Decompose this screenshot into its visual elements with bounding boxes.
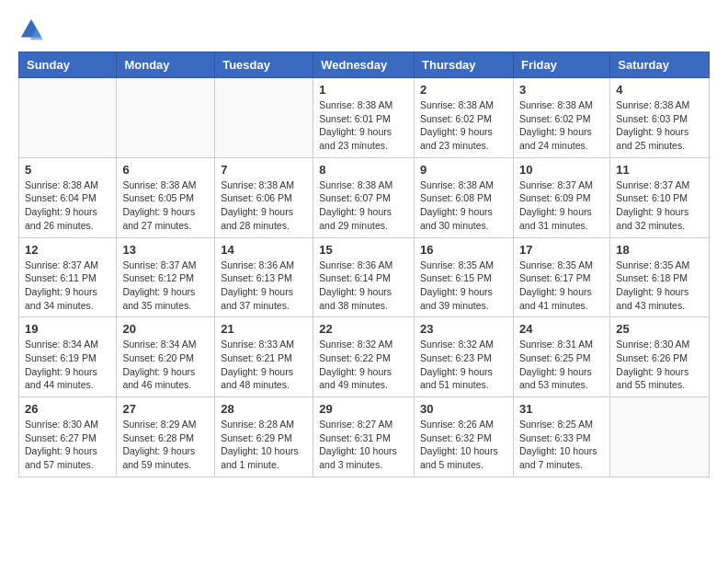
column-header-thursday: Thursday	[415, 52, 514, 78]
week-row-5: 26Sunrise: 8:30 AM Sunset: 6:27 PM Dayli…	[19, 397, 710, 477]
day-info: Sunrise: 8:38 AM Sunset: 6:06 PM Dayligh…	[221, 178, 307, 233]
day-cell: 15Sunrise: 8:36 AM Sunset: 6:14 PM Dayli…	[313, 237, 415, 317]
day-number: 2	[420, 83, 507, 97]
column-header-wednesday: Wednesday	[313, 52, 415, 78]
day-cell: 6Sunrise: 8:38 AM Sunset: 6:05 PM Daylig…	[117, 157, 215, 237]
day-number: 10	[519, 163, 604, 177]
day-cell: 31Sunrise: 8:25 AM Sunset: 6:33 PM Dayli…	[513, 397, 609, 477]
day-cell: 7Sunrise: 8:38 AM Sunset: 6:06 PM Daylig…	[215, 157, 313, 237]
column-header-friday: Friday	[513, 52, 609, 78]
week-row-1: 1Sunrise: 8:38 AM Sunset: 6:01 PM Daylig…	[19, 78, 710, 158]
day-info: Sunrise: 8:31 AM Sunset: 6:25 PM Dayligh…	[519, 338, 604, 392]
page: SundayMondayTuesdayWednesdayThursdayFrid…	[0, 0, 728, 496]
day-cell: 30Sunrise: 8:26 AM Sunset: 6:32 PM Dayli…	[415, 397, 514, 477]
day-info: Sunrise: 8:37 AM Sunset: 6:10 PM Dayligh…	[616, 178, 703, 233]
day-cell: 26Sunrise: 8:30 AM Sunset: 6:27 PM Dayli…	[19, 397, 117, 477]
header-row: SundayMondayTuesdayWednesdayThursdayFrid…	[19, 52, 710, 78]
column-header-monday: Monday	[117, 52, 215, 78]
day-number: 20	[122, 322, 209, 336]
day-cell: 22Sunrise: 8:32 AM Sunset: 6:22 PM Dayli…	[313, 317, 415, 397]
calendar: SundayMondayTuesdayWednesdayThursdayFrid…	[18, 52, 710, 477]
day-number: 13	[122, 243, 209, 257]
day-info: Sunrise: 8:38 AM Sunset: 6:07 PM Dayligh…	[319, 178, 408, 233]
day-number: 27	[122, 402, 209, 416]
day-info: Sunrise: 8:28 AM Sunset: 6:29 PM Dayligh…	[221, 418, 307, 472]
logo	[18, 17, 48, 42]
day-cell: 28Sunrise: 8:28 AM Sunset: 6:29 PM Dayli…	[215, 397, 313, 477]
day-cell	[610, 397, 710, 477]
column-header-tuesday: Tuesday	[215, 52, 313, 78]
day-number: 4	[616, 83, 703, 97]
day-info: Sunrise: 8:30 AM Sunset: 6:27 PM Dayligh…	[25, 418, 110, 472]
day-cell: 2Sunrise: 8:38 AM Sunset: 6:02 PM Daylig…	[415, 78, 514, 158]
day-cell: 13Sunrise: 8:37 AM Sunset: 6:12 PM Dayli…	[117, 237, 215, 317]
day-info: Sunrise: 8:29 AM Sunset: 6:28 PM Dayligh…	[122, 418, 209, 472]
day-cell: 4Sunrise: 8:38 AM Sunset: 6:03 PM Daylig…	[610, 78, 710, 158]
day-number: 19	[25, 322, 110, 336]
day-number: 24	[519, 322, 604, 336]
day-number: 29	[319, 402, 408, 416]
day-number: 12	[25, 243, 110, 257]
day-number: 28	[221, 402, 307, 416]
day-info: Sunrise: 8:38 AM Sunset: 6:03 PM Dayligh…	[616, 98, 703, 153]
day-cell: 27Sunrise: 8:29 AM Sunset: 6:28 PM Dayli…	[117, 397, 215, 477]
day-info: Sunrise: 8:38 AM Sunset: 6:01 PM Dayligh…	[319, 98, 408, 153]
day-number: 1	[319, 83, 408, 97]
logo-icon	[18, 17, 44, 42]
day-number: 16	[420, 243, 507, 257]
day-info: Sunrise: 8:26 AM Sunset: 6:32 PM Dayligh…	[420, 418, 507, 472]
day-number: 6	[122, 163, 209, 177]
day-info: Sunrise: 8:37 AM Sunset: 6:12 PM Dayligh…	[122, 259, 209, 313]
day-number: 22	[319, 322, 408, 336]
day-number: 17	[519, 243, 604, 257]
week-row-2: 5Sunrise: 8:38 AM Sunset: 6:04 PM Daylig…	[19, 157, 710, 237]
day-number: 7	[221, 163, 307, 177]
day-info: Sunrise: 8:34 AM Sunset: 6:20 PM Dayligh…	[122, 338, 209, 392]
day-cell: 11Sunrise: 8:37 AM Sunset: 6:10 PM Dayli…	[610, 157, 710, 237]
day-cell: 3Sunrise: 8:38 AM Sunset: 6:02 PM Daylig…	[513, 78, 609, 158]
day-info: Sunrise: 8:38 AM Sunset: 6:02 PM Dayligh…	[420, 98, 507, 153]
day-cell: 16Sunrise: 8:35 AM Sunset: 6:15 PM Dayli…	[415, 237, 514, 317]
day-cell: 20Sunrise: 8:34 AM Sunset: 6:20 PM Dayli…	[117, 317, 215, 397]
day-cell: 29Sunrise: 8:27 AM Sunset: 6:31 PM Dayli…	[313, 397, 415, 477]
day-info: Sunrise: 8:27 AM Sunset: 6:31 PM Dayligh…	[319, 418, 408, 472]
day-info: Sunrise: 8:35 AM Sunset: 6:15 PM Dayligh…	[420, 259, 507, 313]
day-cell: 23Sunrise: 8:32 AM Sunset: 6:23 PM Dayli…	[415, 317, 514, 397]
day-number: 3	[519, 83, 604, 97]
day-info: Sunrise: 8:35 AM Sunset: 6:17 PM Dayligh…	[519, 259, 604, 313]
day-cell: 1Sunrise: 8:38 AM Sunset: 6:01 PM Daylig…	[313, 78, 415, 158]
day-cell: 25Sunrise: 8:30 AM Sunset: 6:26 PM Dayli…	[610, 317, 710, 397]
day-info: Sunrise: 8:35 AM Sunset: 6:18 PM Dayligh…	[616, 259, 703, 313]
day-number: 5	[25, 163, 110, 177]
day-number: 14	[221, 243, 307, 257]
day-number: 18	[616, 243, 703, 257]
day-number: 25	[616, 322, 703, 336]
day-cell: 12Sunrise: 8:37 AM Sunset: 6:11 PM Dayli…	[19, 237, 117, 317]
week-row-4: 19Sunrise: 8:34 AM Sunset: 6:19 PM Dayli…	[19, 317, 710, 397]
day-info: Sunrise: 8:38 AM Sunset: 6:02 PM Dayligh…	[519, 98, 604, 153]
column-header-sunday: Sunday	[19, 52, 117, 78]
day-number: 23	[420, 322, 507, 336]
day-cell: 19Sunrise: 8:34 AM Sunset: 6:19 PM Dayli…	[19, 317, 117, 397]
day-info: Sunrise: 8:38 AM Sunset: 6:08 PM Dayligh…	[420, 178, 507, 233]
day-info: Sunrise: 8:38 AM Sunset: 6:04 PM Dayligh…	[25, 178, 110, 233]
day-info: Sunrise: 8:34 AM Sunset: 6:19 PM Dayligh…	[25, 338, 110, 392]
day-info: Sunrise: 8:38 AM Sunset: 6:05 PM Dayligh…	[122, 178, 209, 233]
day-number: 9	[420, 163, 507, 177]
day-cell	[215, 78, 313, 158]
day-cell: 9Sunrise: 8:38 AM Sunset: 6:08 PM Daylig…	[415, 157, 514, 237]
day-cell: 21Sunrise: 8:33 AM Sunset: 6:21 PM Dayli…	[215, 317, 313, 397]
day-info: Sunrise: 8:37 AM Sunset: 6:11 PM Dayligh…	[25, 259, 110, 313]
day-cell: 14Sunrise: 8:36 AM Sunset: 6:13 PM Dayli…	[215, 237, 313, 317]
day-number: 8	[319, 163, 408, 177]
day-number: 21	[221, 322, 307, 336]
day-info: Sunrise: 8:33 AM Sunset: 6:21 PM Dayligh…	[221, 338, 307, 392]
day-info: Sunrise: 8:36 AM Sunset: 6:13 PM Dayligh…	[221, 259, 307, 313]
day-cell: 17Sunrise: 8:35 AM Sunset: 6:17 PM Dayli…	[513, 237, 609, 317]
day-number: 31	[519, 402, 604, 416]
day-info: Sunrise: 8:30 AM Sunset: 6:26 PM Dayligh…	[616, 338, 703, 392]
column-header-saturday: Saturday	[610, 52, 710, 78]
day-cell	[19, 78, 117, 158]
day-cell	[117, 78, 215, 158]
day-cell: 10Sunrise: 8:37 AM Sunset: 6:09 PM Dayli…	[513, 157, 609, 237]
